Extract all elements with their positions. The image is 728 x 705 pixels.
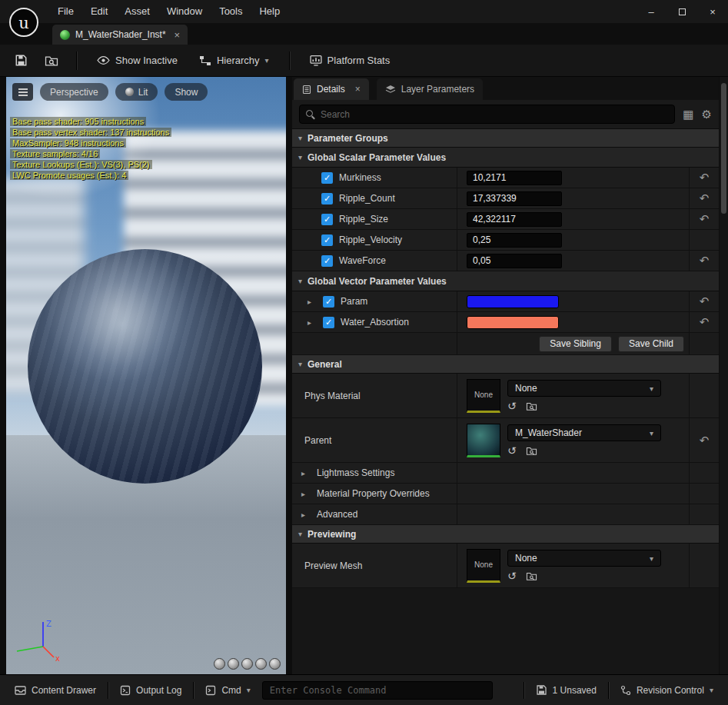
material-preview-viewport[interactable]: Perspective Lit Show Base pass shader: 9… <box>6 77 286 674</box>
reset-to-default-button[interactable]: ↶ <box>690 251 719 271</box>
reset-to-default-button[interactable] <box>690 230 719 250</box>
param-checkbox[interactable]: ✓ <box>323 296 334 308</box>
param-value-input[interactable] <box>467 171 562 185</box>
display-options-icon[interactable]: ▦ <box>683 108 693 120</box>
settings-gear-icon[interactable]: ⚙ <box>702 108 712 120</box>
details-scrollbar[interactable] <box>720 77 728 674</box>
section-global-scalar-parameters[interactable]: ▾ Global Scalar Parameter Values <box>292 148 719 168</box>
preview-shape-sphere-button[interactable] <box>228 658 239 670</box>
platform-stats-button[interactable]: Platform Stats <box>301 50 400 71</box>
preview-shape-cylinder-button[interactable] <box>214 658 225 670</box>
minimize-button[interactable]: – <box>636 0 667 23</box>
console-command-input[interactable] <box>262 681 493 700</box>
phys-material-label: Phys Material <box>304 391 361 401</box>
unsaved-assets-button[interactable]: 1 Unsaved <box>527 675 605 705</box>
revision-control-button[interactable]: Revision Control ▾ <box>612 675 722 705</box>
reset-to-default-button[interactable]: ↶ <box>690 291 719 311</box>
preview-mesh-thumbnail[interactable]: None <box>467 549 500 583</box>
section-global-vector-parameters[interactable]: ▾ Global Vector Parameter Values <box>292 271 719 291</box>
maximize-button[interactable] <box>667 0 697 23</box>
reset-to-default-button[interactable]: ↶ <box>690 418 719 462</box>
menu-edit[interactable]: Edit <box>82 0 116 23</box>
preview-shape-buttons <box>214 658 281 670</box>
details-tab-close-icon[interactable]: × <box>355 84 361 95</box>
param-checkbox[interactable]: ✓ <box>321 255 333 267</box>
cmd-button[interactable]: Cmd ▾ <box>197 675 258 705</box>
save-buttons-row: Save Sibling Save Child <box>292 333 719 355</box>
param-checkbox[interactable]: ✓ <box>321 214 333 225</box>
menu-tools[interactable]: Tools <box>211 0 251 23</box>
browse-to-asset-icon[interactable] <box>526 401 537 411</box>
tab-details[interactable]: Details × <box>294 78 369 100</box>
reset-to-default-button[interactable]: ↶ <box>690 312 719 332</box>
browse-to-asset-icon[interactable] <box>526 571 537 581</box>
parent-material-thumbnail[interactable] <box>467 424 500 457</box>
shader-stat-line: Base pass shader: 905 instructions <box>10 117 146 126</box>
viewport-menu-button[interactable] <box>12 83 33 101</box>
viewport-toolbar: Perspective Lit Show <box>12 83 208 101</box>
color-swatch[interactable] <box>467 316 559 329</box>
menu-file[interactable]: File <box>49 0 82 23</box>
hamburger-icon <box>18 91 28 93</box>
menu-window[interactable]: Window <box>158 0 211 23</box>
phys-material-dropdown[interactable]: None▾ <box>507 380 661 397</box>
preview-shape-custom-mesh-button[interactable] <box>269 658 281 670</box>
search-input[interactable] <box>321 109 668 120</box>
preview-mesh-dropdown[interactable]: None▾ <box>507 550 661 567</box>
save-sibling-button[interactable]: Save Sibling <box>539 336 612 352</box>
perspective-button[interactable]: Perspective <box>40 83 108 101</box>
color-swatch[interactable] <box>467 295 559 308</box>
close-button[interactable]: × <box>697 0 728 23</box>
reset-to-default-button[interactable]: ↶ <box>690 209 719 229</box>
chevron-down-icon: ▾ <box>650 429 653 437</box>
reset-to-default-button[interactable]: ↶ <box>690 168 719 188</box>
search-box[interactable] <box>299 105 675 124</box>
lit-mode-button[interactable]: Lit <box>115 83 158 101</box>
use-selected-asset-icon[interactable]: ↺ <box>507 445 517 456</box>
save-button[interactable] <box>8 49 35 71</box>
chevron-down-icon: ▾ <box>298 277 302 285</box>
param-checkbox[interactable]: ✓ <box>321 172 333 184</box>
menu-asset[interactable]: Asset <box>116 0 158 23</box>
revision-control-label: Revision Control <box>637 685 704 696</box>
phys-material-thumbnail[interactable]: None <box>467 379 500 413</box>
param-checkbox[interactable]: ✓ <box>321 193 333 205</box>
show-inactive-button[interactable]: Show Inactive <box>88 50 187 71</box>
show-menu-button[interactable]: Show <box>165 83 208 101</box>
param-value-input[interactable] <box>467 254 562 268</box>
chevron-down-icon: ▾ <box>650 384 653 393</box>
section-lightmass-settings[interactable]: ▸Lightmass Settings <box>292 463 719 484</box>
param-value-input[interactable] <box>467 233 562 248</box>
hierarchy-button[interactable]: Hierarchy ▾ <box>190 50 278 71</box>
section-parameter-groups[interactable]: ▾ Parameter Groups <box>292 129 719 148</box>
reset-to-default-button[interactable]: ↶ <box>690 188 719 208</box>
content-drawer-button[interactable]: Content Drawer <box>6 675 105 705</box>
asset-tab[interactable]: M_WaterShader_Inst* × <box>52 25 188 45</box>
previewing-header-label: Previewing <box>307 529 356 540</box>
param-value-input[interactable] <box>467 191 562 206</box>
preview-shape-cube-button[interactable] <box>255 658 267 670</box>
unsaved-save-icon <box>536 684 547 696</box>
scrollbar-thumb[interactable] <box>721 83 726 214</box>
expander-icon[interactable]: ▸ <box>307 318 317 327</box>
unreal-engine-logo-icon[interactable]: u <box>6 5 42 40</box>
section-advanced[interactable]: ▸Advanced <box>292 504 719 525</box>
use-selected-asset-icon[interactable]: ↺ <box>507 570 517 581</box>
section-general[interactable]: ▾ General <box>292 355 719 374</box>
output-log-button[interactable]: Output Log <box>111 675 190 705</box>
tab-close-icon[interactable]: × <box>175 29 181 41</box>
preview-shape-plane-button[interactable] <box>241 658 253 670</box>
param-checkbox[interactable]: ✓ <box>323 317 334 328</box>
menu-help[interactable]: Help <box>251 0 288 23</box>
save-child-button[interactable]: Save Child <box>618 336 684 352</box>
tab-layer-parameters[interactable]: Layer Parameters <box>377 78 483 100</box>
param-value-input[interactable] <box>467 212 562 227</box>
section-previewing[interactable]: ▾ Previewing <box>292 525 719 544</box>
browse-to-asset-button[interactable] <box>38 50 65 71</box>
use-selected-asset-icon[interactable]: ↺ <box>507 401 517 411</box>
browse-to-asset-icon[interactable] <box>526 446 537 456</box>
expander-icon[interactable]: ▸ <box>307 298 317 306</box>
parent-material-dropdown[interactable]: M_WaterShader▾ <box>507 424 661 441</box>
param-checkbox[interactable]: ✓ <box>321 234 333 246</box>
section-material-property-overrides[interactable]: ▸Material Property Overrides <box>292 484 719 504</box>
